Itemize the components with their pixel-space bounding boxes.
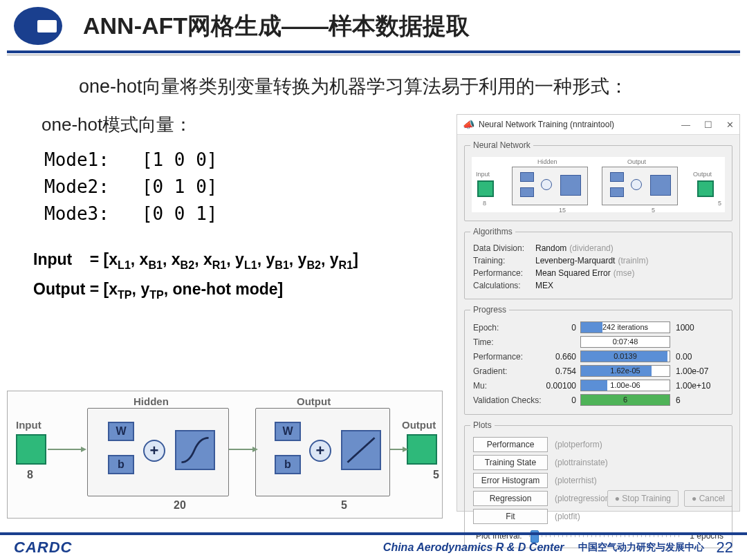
algorithm-row: Performance:Mean Squared Error(mse) — [470, 267, 726, 279]
plots-legend: Plots — [470, 420, 495, 430]
body-text: one-hot向量将类别变量转换为机器学习算法易于利用的一种形式： — [0, 55, 747, 102]
algorithm-row: Calculations:MEX — [470, 279, 726, 292]
progress-fieldset: Progress Epoch:0242 iterations1000Time:0… — [464, 305, 732, 415]
stop-training-button[interactable]: ● Stop Training — [607, 490, 679, 507]
plot-button[interactable]: Fit — [473, 509, 548, 524]
maximize-icon[interactable]: ☐ — [704, 120, 712, 130]
progress-legend: Progress — [470, 305, 509, 315]
label-output: Output — [402, 419, 436, 431]
nntraintool-window: 📣 Neural Network Training (nntraintool) … — [456, 114, 740, 512]
label-hidden: Hidden — [133, 395, 169, 407]
output-count: 5 — [433, 469, 439, 481]
progress-row: Epoch:0242 iterations1000 — [470, 320, 726, 335]
label-input: Input — [16, 419, 42, 431]
slide-title: ANN-AFT网格生成——样本数据提取 — [83, 10, 470, 42]
output-layer-count: 5 — [341, 499, 347, 512]
input-node-icon — [16, 434, 46, 465]
window-titlebar: 📣 Neural Network Training (nntraintool) … — [457, 115, 739, 135]
algorithms-legend: Algorithms — [470, 227, 515, 236]
sum-node-2-icon: + — [309, 440, 331, 462]
matlab-icon: 📣 — [463, 119, 474, 130]
progress-row: Gradient:0.7541.62e-051.00e-07 — [470, 364, 726, 378]
close-icon[interactable]: ✕ — [726, 120, 734, 130]
header: ANN-AFT网格生成——样本数据提取 — [0, 0, 747, 50]
footer-center-en: China Aerodynamics R & D Center — [72, 541, 578, 554]
input-count: 8 — [27, 469, 33, 481]
nn-diagram-large: Input 8 Hidden W b + 20 Output W b + 5 O… — [7, 391, 443, 519]
hidden-count: 20 — [174, 499, 186, 512]
plot-row: Performance(plotperform) — [470, 436, 726, 454]
algorithm-row: Training:Levenberg-Marquardt(trainlm) — [470, 254, 726, 267]
sum-node-icon: + — [143, 440, 165, 462]
w-block-2: W — [275, 422, 301, 441]
plot-row: Training State(plottrainstate) — [470, 454, 726, 472]
arrow-icon — [48, 449, 82, 450]
cancel-button[interactable]: ● Cancel — [684, 490, 732, 507]
nn-legend: Neural Network — [470, 140, 533, 150]
page-number: 22 — [717, 539, 733, 557]
label-output-layer: Output — [297, 395, 331, 407]
arrow-icon — [229, 449, 254, 450]
plot-row: Fit(plotfit) — [470, 507, 726, 525]
minimize-icon[interactable]: — — [681, 120, 690, 130]
nn-fieldset: Neural Network Input 8 Hidden 15 Output … — [464, 140, 732, 221]
progress-row: Performance:0.6600.01390.00 — [470, 349, 726, 364]
w-block: W — [108, 422, 134, 441]
plot-row: Error Histogram(ploterrhist) — [470, 472, 726, 489]
plot-button[interactable]: Error Histogram — [473, 473, 548, 488]
footer: CARDC China Aerodynamics R & D Center 中国… — [0, 532, 747, 560]
arrow-icon — [390, 449, 404, 450]
nn-mini-diagram: Input 8 Hidden 15 Output 5 Output 5 — [472, 157, 725, 212]
title-divider — [7, 50, 740, 53]
algorithm-row: Data Division:Random(dividerand) — [470, 242, 726, 254]
plot-button[interactable]: Regression — [473, 491, 548, 506]
tansig-activation-icon — [175, 430, 215, 470]
cardc-logo-icon — [14, 7, 62, 45]
progress-row: Validation Checks:066 — [470, 393, 726, 407]
b-block: b — [108, 455, 134, 474]
purelin-activation-icon — [341, 430, 381, 470]
window-title: Neural Network Training (nntraintool) — [479, 120, 614, 129]
plot-button[interactable]: Performance — [473, 437, 548, 452]
b-block-2: b — [275, 455, 301, 474]
algorithms-fieldset: Algorithms Data Division:Random(dividera… — [464, 227, 732, 299]
footer-cardc: CARDC — [14, 539, 72, 557]
progress-row: Mu:0.001001.00e-061.00e+10 — [470, 378, 726, 393]
progress-row: Time:0:07:48 — [470, 335, 726, 349]
footer-center-cn: 中国空气动力研究与发展中心 — [578, 541, 704, 554]
output-node-icon — [407, 434, 437, 465]
plot-button[interactable]: Training State — [473, 455, 548, 470]
plots-fieldset: Plots Performance(plotperform)Training S… — [464, 420, 732, 548]
